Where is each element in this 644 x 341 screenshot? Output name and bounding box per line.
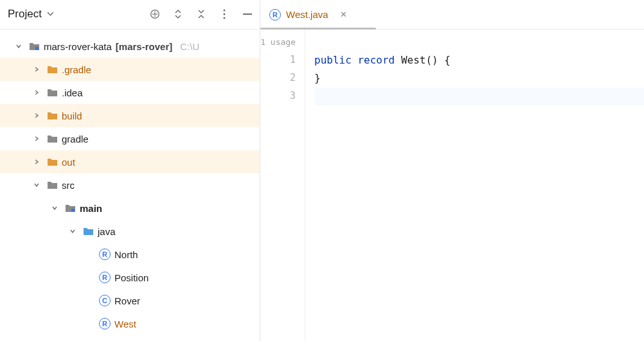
tree-file-north[interactable]: R North [0, 243, 260, 266]
tree-label: java [98, 226, 116, 237]
chevron-down-icon[interactable] [15, 43, 24, 49]
collapse-all-icon[interactable] [195, 8, 207, 20]
gutter: 1 usage 1 2 3 [260, 30, 305, 341]
svg-rect-7 [35, 47, 39, 50]
tree-root-path: C:\U [180, 41, 199, 52]
record-file-icon: R [99, 318, 111, 329]
code-line[interactable]: public record West() { [314, 51, 644, 69]
module-folder-icon [64, 204, 76, 213]
chevron-down-icon[interactable] [69, 228, 78, 234]
editor-tabbar: R West.java ✕ [260, 0, 644, 30]
folder-icon [46, 157, 58, 166]
module-folder-icon [28, 42, 40, 51]
chevron-down-icon[interactable] [51, 205, 60, 211]
chevron-down-icon[interactable] [33, 182, 42, 188]
hide-panel-icon[interactable] [242, 8, 253, 20]
tree-root[interactable]: mars-rover-kata [mars-rover] C:\U [0, 35, 260, 58]
folder-icon [46, 180, 58, 189]
tree-label: .gradle [62, 64, 91, 75]
expand-all-icon[interactable] [172, 8, 184, 20]
chevron-right-icon[interactable] [33, 159, 42, 165]
tree-label: out [62, 157, 75, 168]
close-tab-icon[interactable]: ✕ [340, 10, 347, 19]
svg-point-5 [224, 17, 226, 19]
tree-file-west[interactable]: R West [0, 312, 260, 335]
class-file-icon: C [99, 295, 111, 306]
folder-icon [46, 88, 58, 97]
tree-label: Position [114, 272, 148, 283]
tree-label: main [80, 203, 102, 214]
tree-root-module: [mars-rover] [116, 41, 172, 52]
tree-folder-gradle[interactable]: gradle [0, 127, 260, 150]
keyword: public [314, 54, 352, 66]
tree-root-name: mars-rover-kata [44, 41, 112, 52]
record-file-icon: R [99, 272, 111, 283]
svg-point-3 [224, 9, 226, 11]
chevron-down-icon[interactable] [47, 10, 54, 17]
tree-label: gradle [62, 134, 89, 144]
chevron-right-icon[interactable] [33, 112, 42, 119]
source-folder-icon [82, 227, 94, 236]
tab-indicator [260, 28, 376, 30]
project-sidebar: Project [0, 0, 260, 341]
sidebar-title[interactable]: Project [8, 8, 42, 21]
code-line[interactable]: } [314, 69, 644, 87]
usages-hint[interactable]: 1 usage [260, 37, 296, 47]
record-file-icon: R [269, 9, 281, 21]
svg-rect-6 [243, 13, 252, 15]
tree-folder-idea[interactable]: .idea [0, 81, 260, 104]
tree-label: West [114, 319, 136, 329]
tree-file-position[interactable]: R Position [0, 266, 260, 289]
chevron-right-icon[interactable] [33, 136, 42, 142]
punctuation: () { [425, 54, 451, 66]
tree-folder-main[interactable]: main [0, 197, 260, 220]
folder-icon [46, 134, 58, 143]
folder-icon [46, 65, 58, 74]
tree-folder-java[interactable]: java [0, 220, 260, 243]
svg-point-4 [224, 13, 226, 15]
select-opened-file-icon[interactable] [149, 8, 161, 20]
sidebar-header: Project [0, 0, 260, 30]
punctuation: } [314, 72, 321, 84]
tree-folder-build[interactable]: build [0, 104, 260, 127]
type-name: West [401, 54, 426, 66]
editor-tab-west[interactable]: R West.java ✕ [260, 0, 356, 29]
line-number: 1 [260, 51, 296, 69]
line-number: 3 [260, 87, 296, 105]
tree-folder-gradle-hidden[interactable]: .gradle [0, 58, 260, 81]
more-options-icon[interactable] [219, 8, 230, 20]
tree-label: build [62, 110, 82, 121]
chevron-right-icon[interactable] [33, 89, 42, 96]
tree-label: North [114, 249, 138, 260]
tree-file-rover[interactable]: C Rover [0, 289, 260, 312]
tab-label: West.java [286, 9, 328, 20]
keyword: record [357, 54, 395, 66]
tree-folder-src[interactable]: src [0, 173, 260, 197]
line-number: 2 [260, 69, 296, 87]
code-line[interactable] [314, 87, 644, 105]
code-area[interactable]: 1 usage 1 2 3 public record West() { } [260, 30, 644, 341]
editor: R West.java ✕ 1 usage 1 2 3 public recor… [260, 0, 644, 341]
code-content[interactable]: public record West() { } [305, 30, 644, 341]
project-tree[interactable]: mars-rover-kata [mars-rover] C:\U .gradl… [0, 30, 260, 341]
svg-rect-8 [71, 209, 75, 212]
tree-folder-out[interactable]: out [0, 150, 260, 173]
tree-label: Rover [114, 295, 140, 306]
tree-label: .idea [62, 87, 83, 98]
folder-icon [46, 111, 58, 120]
tree-label: src [62, 180, 75, 191]
chevron-right-icon[interactable] [33, 66, 42, 73]
record-file-icon: R [99, 249, 111, 260]
